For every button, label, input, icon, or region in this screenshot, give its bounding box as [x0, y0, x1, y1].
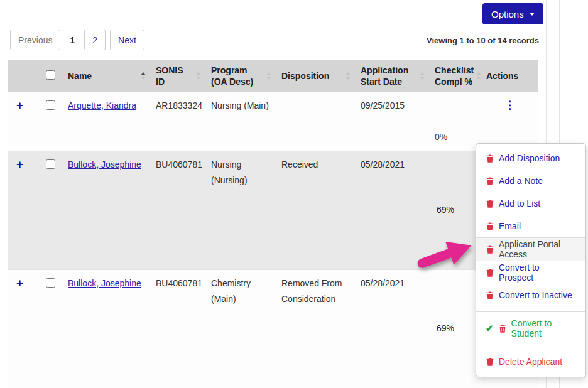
row-checkbox[interactable]: [46, 159, 55, 169]
checklist-cell: 0%: [430, 92, 481, 151]
applicant-name-link[interactable]: Bullock, Josephine: [68, 278, 141, 288]
menu-item-email[interactable]: ✔ Email: [476, 215, 585, 237]
sort-icon: [266, 72, 271, 80]
current-page-button[interactable]: 1: [65, 30, 80, 50]
start-date-cell: 09/25/2015: [356, 92, 430, 151]
disposition-cell: Received: [276, 151, 356, 270]
sort-icon: [346, 72, 351, 80]
options-button[interactable]: Options: [482, 3, 543, 24]
column-header-date[interactable]: Application Start Date: [356, 60, 430, 92]
sonis-id-cell: AR1833324: [151, 92, 206, 151]
disposition-cell: [276, 92, 356, 151]
disposition-cell: Removed From Consideration: [276, 270, 356, 388]
options-button-label: Options: [491, 9, 524, 19]
checklist-progress-bar: 69%: [435, 323, 476, 335]
table-row: + Arquette, Kiandra AR1833324 Nursing (M…: [8, 92, 538, 151]
applicant-name-link[interactable]: Arquette, Kiandra: [68, 100, 136, 110]
checklist-cell: 69%: [430, 270, 481, 388]
row-actions-icon[interactable]: ⋮: [504, 98, 515, 113]
menu-item-add-disposition[interactable]: ✔ Add Disposition: [476, 147, 585, 170]
applicant-list-page: Options Viewing 1 to 10 of 14 records Pr…: [0, 0, 588, 388]
row-actions-menu: ✔ Add Disposition ✔ Add a Note ✔ Add to …: [476, 143, 586, 377]
program-cell: Chemistry (Main): [206, 270, 276, 388]
program-cell: Nursing (Nursing): [206, 151, 276, 270]
trash-icon: [486, 245, 494, 254]
sonis-id-cell: BU4060781: [151, 151, 206, 270]
column-header-sonis[interactable]: SONIS ID: [151, 60, 206, 92]
expand-row-icon[interactable]: +: [16, 157, 23, 172]
column-header-check[interactable]: Checklist Compl %: [430, 60, 481, 92]
checklist-progress-bar: 69%: [435, 204, 476, 217]
menu-item-add-to-list[interactable]: ✔ Add to List: [476, 192, 585, 215]
trash-icon: [486, 199, 494, 208]
annotation-arrow: [415, 234, 477, 274]
sort-icon: [141, 72, 146, 80]
column-header-name[interactable]: Name: [63, 60, 151, 92]
expand-row-icon[interactable]: +: [16, 276, 23, 291]
column-header-actions[interactable]: Actions: [481, 60, 538, 92]
program-cell: Nursing (Main): [206, 92, 276, 151]
menu-item-convert-to-prospect[interactable]: ✔ Convert to Prospect: [476, 261, 585, 284]
menu-item-convert-to-inactive[interactable]: ✔ Convert to Inactive: [476, 284, 585, 306]
menu-item-applicant-portal-access[interactable]: ✔ Applicant Portal Access: [476, 237, 585, 261]
table-row: + Bullock, Josephine BU4060781 Chemistry…: [8, 270, 538, 388]
column-header-program[interactable]: Program (OA Desc): [206, 60, 276, 92]
menu-item-convert-to-student[interactable]: ✔ Convert to Student: [476, 317, 585, 340]
expand-row-icon[interactable]: +: [16, 98, 23, 113]
trash-icon: [486, 154, 494, 163]
trash-icon: [498, 324, 507, 333]
page-button[interactable]: 2: [84, 30, 106, 50]
sort-icon: [420, 72, 425, 80]
trash-icon: [486, 357, 494, 367]
start-date-cell: 05/28/2021: [356, 270, 430, 388]
records-summary: Viewing 1 to 10 of 14 records: [351, 36, 539, 45]
trash-icon: [486, 176, 494, 186]
select-all-checkbox[interactable]: [46, 70, 55, 80]
row-checkbox[interactable]: [46, 278, 55, 288]
sort-icon: [196, 72, 201, 80]
chevron-down-icon: [530, 13, 535, 16]
check-icon: ✔: [486, 323, 494, 334]
next-page-button[interactable]: Next: [110, 30, 144, 50]
column-header-expand[interactable]: [8, 60, 38, 92]
table-header-row: Name SONIS ID Program (OA Desc) Disposit…: [8, 60, 538, 92]
row-checkbox[interactable]: [46, 100, 55, 110]
column-header-dispo[interactable]: Disposition: [276, 60, 356, 92]
trash-icon: [486, 291, 494, 300]
applicant-name-link[interactable]: Bullock, Josephine: [68, 159, 141, 170]
sonis-id-cell: BU4060781: [151, 270, 206, 388]
panel-divider: [3, 0, 3, 388]
trash-icon: [486, 222, 494, 231]
menu-item-add-a-note[interactable]: ✔ Add a Note: [476, 170, 585, 192]
trash-icon: [486, 268, 494, 278]
sort-icon: [476, 72, 481, 80]
applicant-table: Name SONIS ID Program (OA Desc) Disposit…: [8, 60, 538, 388]
column-header-select[interactable]: [38, 60, 63, 92]
menu-divider: [476, 311, 585, 312]
menu-item-delete-applicant[interactable]: ✔ Delete Applicant: [476, 350, 585, 373]
pagination: Previous 12 Next: [10, 30, 149, 50]
menu-divider: [476, 345, 585, 345]
previous-page-button[interactable]: Previous: [10, 30, 60, 50]
